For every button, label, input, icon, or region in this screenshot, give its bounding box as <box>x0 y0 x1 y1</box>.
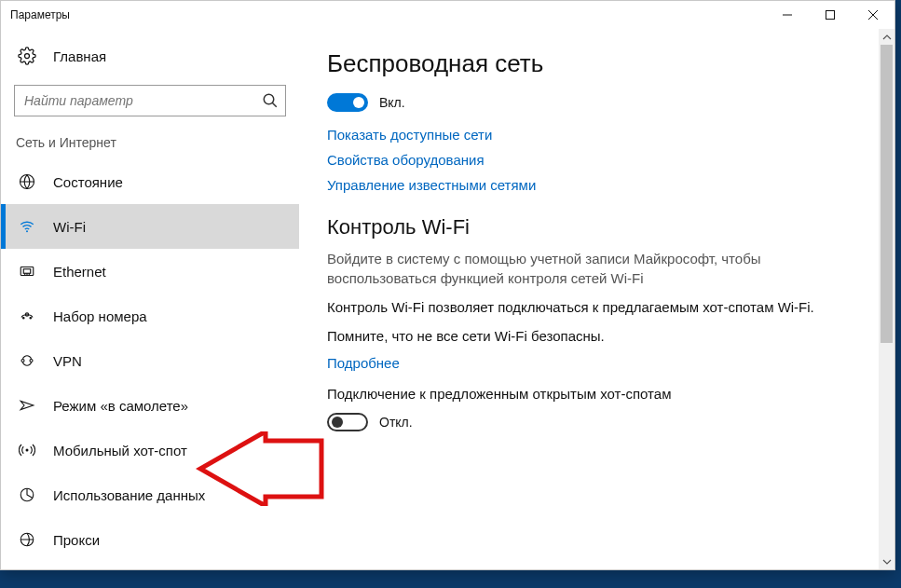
sidebar-category: Сеть и Интернет <box>1 130 299 159</box>
ethernet-icon <box>18 262 36 280</box>
svg-point-18 <box>30 360 33 362</box>
maximize-button[interactable] <box>809 1 852 29</box>
scroll-thumb[interactable] <box>881 45 893 343</box>
wifi-sense-open-label: Подключение к предложенным открытым хот-… <box>327 384 851 403</box>
vpn-icon <box>18 351 36 370</box>
sidebar-item-status[interactable]: Состояние <box>1 159 299 204</box>
search-wrap <box>14 85 286 116</box>
titlebar: Параметры <box>1 1 894 29</box>
sidebar-item-airplane[interactable]: Режим «в самолете» <box>1 383 299 428</box>
link-manage-known[interactable]: Управление известными сетями <box>327 177 851 193</box>
sidebar-item-wifi[interactable]: Wi-Fi <box>1 204 299 249</box>
sidebar-home-label: Главная <box>53 48 106 64</box>
sidebar-item-ethernet[interactable]: Ethernet <box>1 249 299 294</box>
open-hotspot-toggle-label: Откл. <box>379 415 413 430</box>
wifi-sense-desc2: Контроль Wi-Fi позволяет подключаться к … <box>327 297 851 317</box>
sidebar-item-label: VPN <box>53 353 82 369</box>
svg-rect-1 <box>826 11 835 20</box>
wifi-toggle[interactable] <box>327 93 368 112</box>
wifi-toggle-row: Вкл. <box>327 93 851 112</box>
search-icon <box>262 92 279 109</box>
heading-wireless: Беспроводная сеть <box>327 49 851 78</box>
sidebar-item-label: Ethernet <box>53 264 106 280</box>
link-more[interactable]: Подробнее <box>327 355 851 371</box>
svg-point-14 <box>23 318 25 320</box>
close-button[interactable] <box>852 1 894 29</box>
wifi-icon <box>18 217 36 236</box>
wifi-toggle-label: Вкл. <box>379 95 405 110</box>
sidebar-item-proxy[interactable]: Прокси <box>1 517 299 562</box>
data-usage-icon <box>18 485 36 504</box>
svg-point-8 <box>26 230 28 232</box>
dialup-icon <box>18 307 36 325</box>
sidebar-item-vpn[interactable]: VPN <box>1 338 299 383</box>
svg-point-4 <box>25 54 30 59</box>
scroll-down-icon[interactable] <box>879 554 894 569</box>
sidebar-item-hotspot[interactable]: Мобильный хот-спот <box>1 428 299 472</box>
svg-rect-10 <box>23 269 31 274</box>
airplane-icon <box>18 396 36 415</box>
globe-icon <box>18 172 36 191</box>
sidebar-home[interactable]: Главная <box>1 36 299 75</box>
sidebar-item-label: Использование данных <box>53 487 205 503</box>
link-hw-props[interactable]: Свойства оборудования <box>327 152 851 168</box>
sidebar-item-label: Набор номера <box>53 308 147 324</box>
sidebar-item-label: Мобильный хот-спот <box>53 443 187 458</box>
scrollbar[interactable] <box>879 29 894 569</box>
link-show-networks[interactable]: Показать доступные сети <box>327 127 851 143</box>
sidebar: Главная Сеть и Интернет Состояние Wi <box>1 29 299 569</box>
svg-point-17 <box>21 360 24 362</box>
svg-point-15 <box>30 318 32 320</box>
wifi-sense-desc1: Войдите в систему с помощью учетной запи… <box>327 249 851 288</box>
svg-point-5 <box>264 94 274 104</box>
open-hotspot-toggle[interactable] <box>327 413 368 431</box>
gear-icon <box>18 47 36 65</box>
search-input[interactable] <box>14 85 286 116</box>
sidebar-item-label: Режим «в самолете» <box>53 398 188 414</box>
sidebar-item-datausage[interactable]: Использование данных <box>1 472 299 517</box>
proxy-icon <box>18 530 36 549</box>
svg-point-19 <box>26 449 29 452</box>
scroll-track[interactable] <box>879 45 894 554</box>
minimize-button[interactable] <box>766 1 809 29</box>
open-hotspot-toggle-row: Откл. <box>327 413 851 431</box>
heading-wifi-sense: Контроль Wi-Fi <box>327 215 851 239</box>
content-pane: Беспроводная сеть Вкл. Показать доступны… <box>299 29 879 569</box>
scroll-up-icon[interactable] <box>879 29 894 45</box>
hotspot-icon <box>18 441 36 459</box>
settings-window: Параметры Главная Сет <box>0 0 895 570</box>
svg-line-6 <box>272 103 277 107</box>
wifi-sense-desc3: Помните, что не все сети Wi-Fi безопасны… <box>327 326 851 346</box>
window-title: Параметры <box>10 8 70 21</box>
sidebar-item-label: Прокси <box>53 532 100 548</box>
sidebar-item-label: Состояние <box>53 174 123 190</box>
sidebar-item-dialup[interactable]: Набор номера <box>1 294 299 338</box>
sidebar-item-label: Wi-Fi <box>53 219 86 235</box>
